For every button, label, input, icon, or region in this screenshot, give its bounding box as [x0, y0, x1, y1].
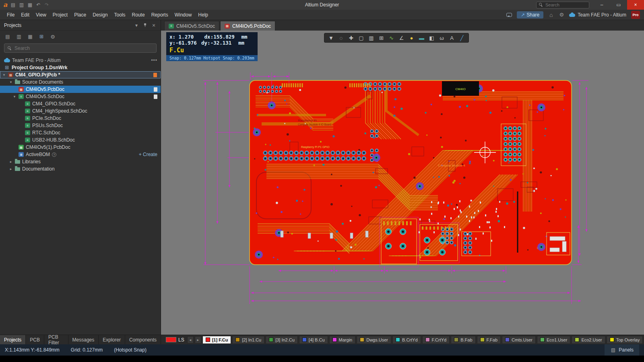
move-icon[interactable]: ✚ — [346, 35, 356, 41]
user-avatar[interactable]: Pro — [631, 11, 640, 19]
pcb-editor-canvas[interactable]: x: 1.270dx:155.829mm y:-61.976dy:-32.131… — [161, 31, 644, 335]
expand-arrow-icon[interactable] — [12, 95, 17, 99]
layer-tab-in1-cu[interactable]: [2] In1.Cu — [232, 336, 264, 344]
layer-tab-f-crtyd[interactable]: F.CrtYd — [422, 336, 450, 344]
menu-help[interactable]: Help — [195, 11, 211, 19]
board-view-icon[interactable]: ▬ — [417, 35, 427, 41]
layer-tab-b-crtyd[interactable]: B.CrtYd — [392, 336, 421, 344]
save-icon[interactable] — [10, 2, 16, 8]
line-icon[interactable]: ╱ — [457, 35, 467, 41]
layer-tab-top-overlay[interactable]: Top Overlay — [607, 336, 643, 344]
compile-icon[interactable] — [27, 34, 33, 39]
tab-pcbdoc[interactable]: CM4IOv5.PcbDoc — [220, 21, 275, 31]
menu-design[interactable]: Design — [90, 11, 110, 19]
global-search-input[interactable] — [545, 2, 586, 7]
share-button[interactable]: ↗Share — [517, 11, 543, 19]
more-icon[interactable]: ••• — [151, 58, 157, 63]
global-search[interactable] — [536, 2, 589, 8]
expand-arrow-icon[interactable] — [2, 73, 6, 77]
layer-scroll-left-icon[interactable] — [187, 336, 194, 343]
expand-arrow-icon[interactable] — [9, 80, 13, 84]
tab-schdoc[interactable]: CM4IOv5.SchDoc — [164, 21, 219, 31]
panel-pin-icon[interactable] — [143, 23, 147, 27]
panel-tab-projects[interactable]: Projects — [0, 335, 26, 344]
menu-route[interactable]: Route — [129, 11, 148, 19]
tree-item-cm4-highspeed-sch[interactable]: CM4_HighSpeed.SchDoc — [0, 107, 161, 115]
expand-arrow-icon[interactable] — [9, 167, 13, 171]
tree-item-pcbdoc[interactable]: CM4IOv5.PcbDoc — [0, 86, 161, 93]
comments-icon[interactable] — [506, 13, 512, 17]
tree-item-usb2-hub-sch[interactable]: USB2-HUB.SchDoc — [0, 136, 161, 144]
tree-item-libraries[interactable]: Libraries — [0, 158, 161, 165]
pcb-board-view[interactable]: CM4IO Raspberry Pi Compute Module 4 IO B… — [161, 31, 644, 335]
workspace-account[interactable]: Team FAE Pro - Altium — [569, 12, 626, 18]
tree-item-source-documents[interactable]: Source Documents — [0, 78, 161, 86]
close-button[interactable]: × — [627, 0, 644, 10]
tree-item-documentation[interactable]: Documentation — [0, 165, 161, 173]
tree-item-activebom[interactable]: ActiveBOM ? + Create — [0, 151, 161, 158]
panel-tab-messages[interactable]: Messages — [68, 335, 99, 344]
stack-icon[interactable]: ▥ — [366, 35, 376, 41]
sync-icon[interactable] — [39, 34, 44, 39]
menu-tools[interactable]: Tools — [111, 11, 128, 19]
open-icon[interactable] — [19, 2, 24, 8]
layer-tab-in2-cu[interactable]: [3] In2.Cu — [266, 336, 298, 344]
lasso-select-icon[interactable]: ◌ — [336, 35, 346, 41]
panel-dropdown-icon[interactable] — [134, 23, 139, 28]
mask-icon[interactable]: ◧ — [427, 35, 437, 41]
area-select-icon[interactable]: ▢ — [356, 35, 366, 41]
layer-tab-dwgs-user[interactable]: Dwgs.User — [357, 336, 391, 344]
waveform-icon[interactable]: ω — [437, 35, 447, 41]
maximize-button[interactable]: ▭ — [610, 0, 627, 10]
tree-item-psus-sch[interactable]: PSUs.SchDoc — [0, 122, 161, 129]
menu-project[interactable]: Project — [50, 11, 70, 19]
tree-item-project[interactable]: CM4_GPIO.PrjPcb * — [0, 71, 161, 78]
panel-settings-icon[interactable] — [50, 34, 56, 40]
menu-place[interactable]: Place — [71, 11, 89, 19]
panel-close-icon[interactable] — [151, 22, 157, 29]
layer-scroll-right-icon[interactable] — [195, 336, 201, 343]
menu-reports[interactable]: Reports — [149, 11, 171, 19]
panel-tab-components[interactable]: Components — [125, 335, 161, 344]
settings-gear-icon[interactable] — [559, 12, 564, 18]
panel-tab-pcb-filter[interactable]: PCB Filter — [44, 335, 68, 344]
panels-button[interactable]: Panels — [605, 344, 639, 356]
tree-item-pcie-sch[interactable]: PCIe.SchDoc — [0, 115, 161, 122]
menu-view[interactable]: View — [33, 11, 49, 19]
layer-set-chip[interactable]: LS — [164, 337, 186, 343]
measure-icon[interactable]: ∠ — [396, 35, 407, 41]
expand-arrow-icon[interactable] — [9, 160, 13, 164]
redo-icon[interactable] — [44, 2, 50, 8]
menu-window[interactable]: Window — [172, 11, 195, 19]
highlight-icon[interactable]: ● — [407, 35, 417, 41]
text-icon[interactable]: A — [447, 35, 457, 41]
save-all-icon[interactable] — [27, 2, 33, 8]
projects-search-input[interactable] — [14, 45, 153, 51]
menu-edit[interactable]: Edit — [18, 11, 32, 19]
tree-item-schdoc[interactable]: CM4IOv5.SchDoc — [0, 93, 161, 100]
layer-tab-eco1-user[interactable]: Eco1.User — [537, 336, 570, 344]
menu-file[interactable]: File — [4, 11, 17, 19]
home-icon[interactable] — [548, 12, 554, 18]
tree-item-pcbdoc-1[interactable]: CM4IOv5(1).PcbDoc — [0, 144, 161, 151]
tree-item-cm4-gpio-sch[interactable]: CM4_GPIO.SchDoc — [0, 100, 161, 107]
layer-tab-f-cu[interactable]: [1] F.Cu — [202, 336, 231, 344]
net-color-icon[interactable]: ∿ — [386, 35, 396, 41]
projects-search[interactable] — [4, 43, 157, 53]
layer-tab-b-cu[interactable]: [4] B.Cu — [299, 336, 328, 344]
open-document-icon[interactable] — [16, 34, 22, 39]
minimize-button[interactable]: – — [593, 0, 610, 10]
layer-tab-b-fab[interactable]: B.Fab — [451, 336, 475, 344]
tree-item-server[interactable]: Team FAE Pro - Altium ••• — [0, 57, 161, 64]
panel-tab-pcb[interactable]: PCB — [26, 335, 44, 344]
layer-tab-cmts-user[interactable]: Cmts.User — [502, 336, 536, 344]
layer-tab-f-fab[interactable]: F.Fab — [477, 336, 501, 344]
create-link[interactable]: + Create — [139, 152, 157, 157]
panel-tab-explorer[interactable]: Explorer — [99, 335, 125, 344]
undo-icon[interactable] — [35, 2, 41, 8]
layer-tab-margin[interactable]: Margin — [329, 336, 356, 344]
layer-tab-eco2-user[interactable]: Eco2.User — [572, 336, 605, 344]
tree-item-workspace[interactable]: Project Group 1.DsnWrk — [0, 64, 161, 71]
filter-icon[interactable]: ▼ — [326, 35, 336, 41]
grid-icon[interactable]: ⊞ — [376, 35, 386, 41]
